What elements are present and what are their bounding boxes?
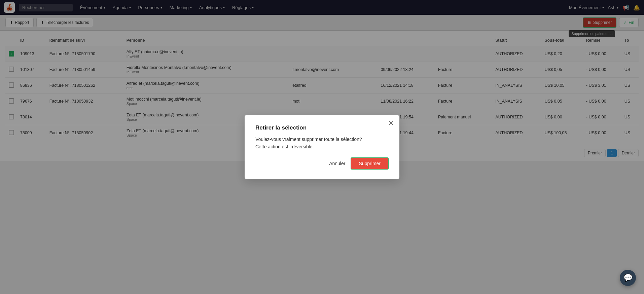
modal-title: Retirer la sélection (255, 124, 389, 131)
modal-overlay: Retirer la sélection ✕ Voulez-vous vraim… (0, 0, 644, 161)
modal-footer: Annuler Supprimer (255, 157, 389, 161)
confirm-delete-button[interactable]: Supprimer (351, 157, 389, 161)
modal-line1: Voulez-vous vraiment supprimer toute la … (255, 137, 389, 142)
modal-line2: Cette action est irréversible. (255, 144, 389, 149)
confirm-delete-modal: Retirer la sélection ✕ Voulez-vous vraim… (245, 115, 399, 161)
annuler-button[interactable]: Annuler (329, 161, 345, 161)
modal-close-button[interactable]: ✕ (388, 120, 394, 126)
modal-body: Voulez-vous vraiment supprimer toute la … (255, 137, 389, 149)
